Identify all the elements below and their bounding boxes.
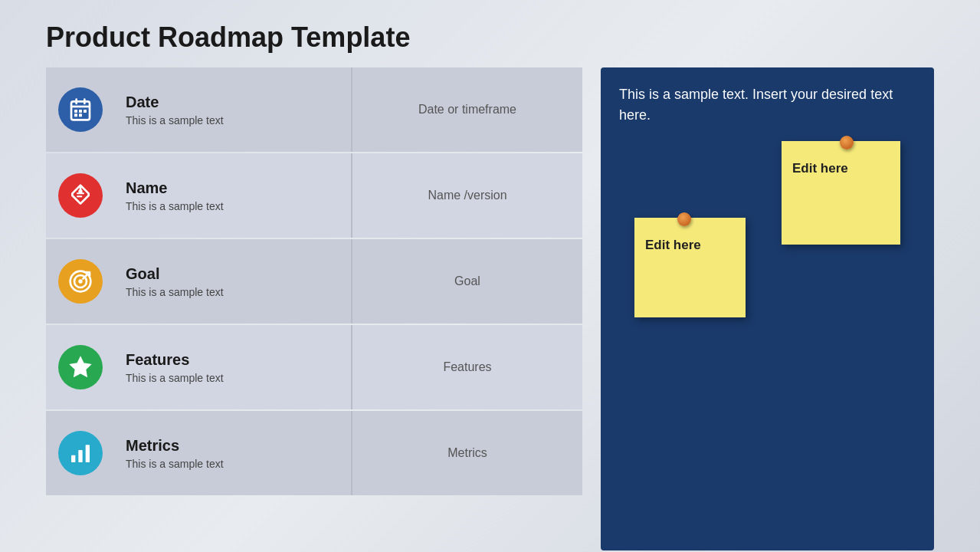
label-cell-date: Date This is a sample text bbox=[115, 67, 352, 152]
row-sublabel-date: This is a sample text bbox=[126, 114, 340, 127]
svg-rect-6 bbox=[84, 110, 87, 113]
pin-1 bbox=[840, 136, 854, 150]
svg-marker-15 bbox=[70, 357, 91, 376]
calendar-icon bbox=[58, 87, 103, 132]
sticky-note-1[interactable]: Edit here bbox=[782, 141, 900, 245]
table-row-goal: Goal This is a sample text Goal bbox=[46, 239, 582, 324]
svg-rect-17 bbox=[78, 450, 82, 462]
chart-icon bbox=[58, 431, 103, 475]
icon-cell-features bbox=[46, 325, 115, 409]
pin-2 bbox=[677, 212, 691, 226]
value-cell-features: Features bbox=[352, 325, 582, 409]
value-cell-name: Name /version bbox=[352, 153, 582, 238]
value-cell-goal: Goal bbox=[352, 239, 582, 324]
value-cell-date: Date or timeframe bbox=[352, 67, 582, 152]
table-row-features: Features This is a sample text Features bbox=[46, 325, 582, 409]
table-row-name: Name This is a sample text Name /version bbox=[46, 153, 582, 238]
label-cell-features: Features This is a sample text bbox=[115, 325, 352, 409]
svg-point-13 bbox=[78, 279, 82, 283]
row-label-metrics: Metrics bbox=[126, 437, 340, 455]
value-cell-metrics: Metrics bbox=[352, 411, 582, 495]
row-label-goal: Goal bbox=[126, 265, 340, 283]
label-cell-metrics: Metrics This is a sample text bbox=[115, 411, 352, 495]
icon-cell-date bbox=[46, 67, 115, 152]
star-icon bbox=[58, 345, 103, 389]
svg-rect-4 bbox=[74, 110, 77, 113]
sticky-note-2[interactable]: Edit here bbox=[634, 218, 746, 317]
row-label-features: Features bbox=[126, 351, 340, 369]
icon-cell-metrics bbox=[46, 411, 115, 495]
tag-icon bbox=[58, 173, 103, 218]
row-sublabel-features: This is a sample text bbox=[126, 372, 340, 384]
table-row-metrics: Metrics This is a sample text Metrics bbox=[46, 411, 582, 495]
svg-rect-16 bbox=[71, 455, 75, 462]
svg-rect-18 bbox=[86, 445, 90, 462]
table-section: Date This is a sample text Date or timef… bbox=[46, 67, 582, 550]
row-label-date: Date bbox=[126, 94, 340, 111]
row-sublabel-name: This is a sample text bbox=[126, 200, 340, 212]
table-row-date: Date This is a sample text Date or timef… bbox=[46, 67, 582, 152]
svg-rect-7 bbox=[74, 113, 77, 117]
right-panel: This is a sample text. Insert your desir… bbox=[601, 67, 934, 550]
svg-rect-8 bbox=[79, 113, 82, 117]
target-icon bbox=[58, 259, 103, 304]
row-label-name: Name bbox=[126, 179, 340, 197]
icon-cell-goal bbox=[46, 239, 115, 324]
row-sublabel-metrics: This is a sample text bbox=[126, 458, 340, 470]
label-cell-goal: Goal This is a sample text bbox=[115, 239, 352, 324]
label-cell-name: Name This is a sample text bbox=[115, 153, 352, 238]
panel-text: This is a sample text. Insert your desir… bbox=[619, 84, 916, 126]
page-title: Product Roadmap Template bbox=[0, 0, 980, 67]
icon-cell-name bbox=[46, 153, 115, 238]
svg-rect-5 bbox=[79, 110, 82, 113]
row-sublabel-goal: This is a sample text bbox=[126, 286, 340, 298]
